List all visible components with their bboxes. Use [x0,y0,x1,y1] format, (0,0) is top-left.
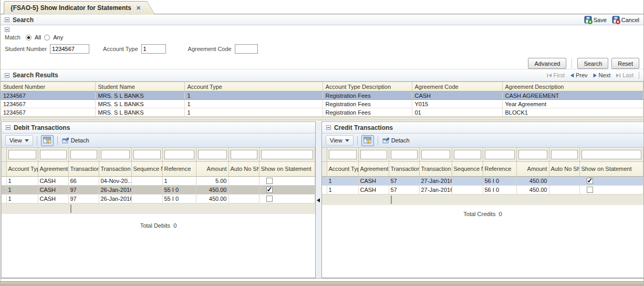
results-header-row: Student Number Student Name Account Type… [1,82,643,91]
panel-splitter[interactable] [316,121,321,278]
bottom-splitter[interactable] [1,278,643,286]
match-all-label[interactable]: All [35,34,41,40]
filter-show-on-statement-input[interactable] [261,150,314,159]
column-header[interactable]: Amount [516,161,549,176]
column-header[interactable]: Agreement Code [38,161,68,176]
table-row[interactable]: 1234567MRS. S L BANKS 1Registration Fees… [1,108,643,117]
filter-sequence-number-input[interactable] [133,150,161,159]
filter-account-type-input[interactable] [329,150,357,159]
debit-header-row: Account Type Agreement Code Transaction … [2,161,315,176]
column-header[interactable]: Sequence Number [452,161,483,176]
filter-table-icon [43,136,51,145]
column-header[interactable]: Account Type [184,82,323,91]
column-header[interactable]: Transaction Type [68,161,99,176]
show-on-statement-checkbox[interactable] [266,178,273,184]
tab-show-indicator[interactable]: {FSAO-5} Show Indicator for Statements✕ [4,1,144,14]
match-any-label[interactable]: Any [53,34,63,40]
detach-button[interactable]: Detach [61,136,89,145]
show-on-statement-checkbox[interactable] [266,187,273,193]
table-row[interactable]: 1CASH 9726-Jan-2016 55 I 0 450.00 [2,194,315,203]
collapse-left-arrow-icon[interactable] [317,198,320,202]
credit-transactions-panel: Credit Transactions View [321,121,644,278]
column-header[interactable]: Transaction Date [419,161,452,176]
table-row[interactable]: 1CASH 6604-Nov-20... 1 5.00 [2,176,315,185]
tab-close-icon[interactable]: ✕ [136,5,141,12]
filter-account-type-input[interactable] [8,150,36,159]
collapse-search-icon[interactable] [5,17,9,22]
filter-agreement-code-input[interactable] [40,150,67,159]
column-header[interactable]: Agreement Description [502,82,643,91]
match-label: Match [5,34,20,40]
cancel-button[interactable]: Cancel [612,16,639,24]
view-menu-button[interactable]: View [326,135,354,146]
table-row[interactable]: 1CASH 5727-Jan-2016 56 I 0 450.00 [322,176,643,185]
filter-transaction-date-input[interactable] [101,150,130,159]
column-header[interactable]: Account Type [6,161,38,176]
query-by-example-button[interactable] [41,135,54,146]
column-header[interactable]: Account Type [327,161,358,176]
table-row[interactable]: 1234567MRS. S L BANKS 1Registration Fees… [1,91,643,100]
table-footer-strip [2,203,315,214]
show-on-statement-checkbox[interactable] [587,178,593,184]
column-header[interactable]: Student Number [1,82,95,91]
show-on-statement-checkbox[interactable] [587,187,593,193]
filter-agreement-code-input[interactable] [360,150,387,159]
column-header[interactable]: Account Type Description [323,82,412,91]
filter-reference-input[interactable] [164,150,194,159]
account-type-input[interactable] [141,44,166,54]
filter-transaction-type-input[interactable] [70,150,97,159]
column-header[interactable]: Auto No Show [228,161,259,176]
next-page-icon [593,73,597,78]
column-header[interactable]: Amount [196,161,228,176]
filter-amount-input[interactable] [518,150,547,159]
column-header[interactable]: Sequence Number [131,161,162,176]
filter-show-on-statement-input[interactable] [581,150,642,159]
search-panel-header: Search Save [1,14,643,25]
collapse-results-icon[interactable] [5,73,9,78]
column-header[interactable]: Transaction Type [389,161,419,176]
prev-page-button[interactable]: Prev [570,72,588,78]
cancel-icon [612,16,620,24]
match-any-radio[interactable] [44,35,50,40]
search-button[interactable]: Search [577,58,608,69]
detach-button[interactable]: Detach [382,136,410,145]
filter-amount-input[interactable] [198,150,227,159]
filter-reference-input[interactable] [485,150,515,159]
collapse-debit-icon[interactable] [6,125,11,130]
filter-auto-no-show-input[interactable] [231,150,257,159]
toolbar-separator [378,136,378,145]
table-row[interactable]: 1234567MRS. S L BANKS 1Registration Fees… [1,100,643,108]
column-header[interactable]: Reference [483,161,516,176]
table-row[interactable]: 1CASH 9726-Jan-2016 55 I 0 450.00 [2,185,315,194]
button-separator [572,59,572,68]
first-page-button[interactable]: First [547,72,565,78]
advanced-button[interactable]: Advanced [528,58,566,69]
filter-auto-no-show-input[interactable] [551,150,578,159]
query-by-example-button[interactable] [361,135,374,146]
column-header[interactable]: Reference [162,161,196,176]
column-header[interactable]: Transaction Date [99,161,131,176]
filter-transaction-date-input[interactable] [421,150,450,159]
save-button[interactable]: Save [584,16,607,24]
column-header[interactable]: Auto No Show [549,161,579,176]
agreement-code-input[interactable] [235,44,258,54]
column-header[interactable]: Student Name [95,82,184,91]
column-header[interactable]: Show on Statement [579,161,643,176]
next-page-button[interactable]: Next [593,72,611,78]
last-page-button[interactable]: Last [616,72,633,78]
match-all-radio[interactable] [26,35,32,40]
filter-transaction-type-input[interactable] [391,150,418,159]
column-header[interactable]: Show on Statement [259,161,315,176]
student-number-input[interactable] [50,44,89,54]
column-header[interactable]: Agreement Code [412,82,502,91]
debit-table: Account Type Agreement Code Transaction … [2,148,315,214]
show-on-statement-checkbox[interactable] [266,196,273,202]
collapse-basic-search-icon[interactable] [5,27,9,32]
filter-sequence-number-input[interactable] [454,150,481,159]
collapse-credit-icon[interactable] [326,125,331,130]
table-row[interactable]: 1CASH 5727-Jan-2016 56 I 0 450.00 [322,185,643,194]
column-header[interactable]: Agreement Code [358,161,389,176]
results-panel-header: Search Results First Prev Next Last [1,69,643,81]
view-menu-button[interactable]: View [5,135,33,146]
reset-button[interactable]: Reset [611,58,639,69]
